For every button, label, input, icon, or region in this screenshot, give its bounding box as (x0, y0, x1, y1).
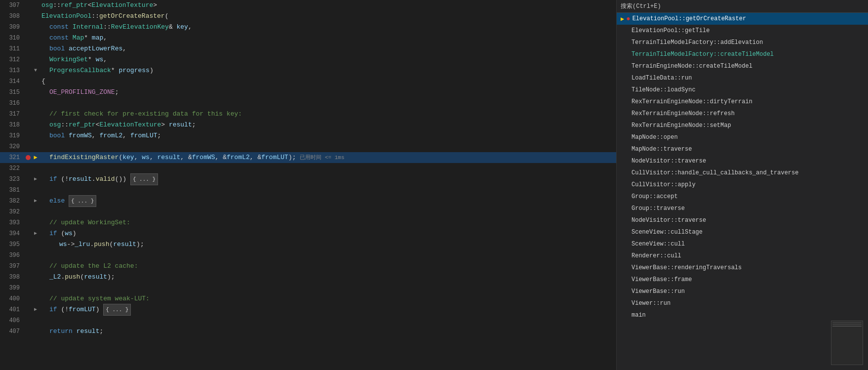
code-line-316: 316 (0, 98, 616, 109)
cs-item-label-21: ViewerBase::renderingTraversals (631, 264, 742, 271)
cs-item-label-20: Renderer::cull (631, 252, 681, 259)
code-line-397: 397 // update the L2 cache: (0, 261, 616, 272)
code-line-314: 314 { (0, 76, 616, 87)
code-line-308: 308 ElevationPool::getOrCreateRaster( (0, 11, 616, 22)
call-stack-item-4[interactable]: TerrainEngineNode::createTileModel (617, 60, 868, 72)
code-line-318: 318 osg::ref_ptr<ElevationTexture> resul… (0, 120, 616, 130)
call-stack-item-17[interactable]: NodeVisitor::traverse (617, 214, 868, 226)
line-num-315: 315 (0, 87, 25, 98)
code-content-398: _L2.push(result); (39, 272, 616, 283)
code-content-395: ws->_lru.push(result); (39, 239, 616, 250)
code-line-406: 406 (0, 315, 616, 326)
line-num-321: 321 (0, 152, 25, 163)
code-line-401: 401 ▶ if (!fromLUT) { ... } (0, 304, 616, 315)
call-stack-item-23[interactable]: ViewerBase::run (617, 286, 868, 297)
line-num-400: 400 (0, 293, 25, 304)
line-num-317: 317 (0, 109, 25, 120)
cs-item-label-6: TileNode::loadSync (631, 86, 696, 93)
code-content-321: findExistingRaster(key, ws, result, &fro… (39, 152, 616, 163)
cs-item-label-14: CullVisitor::apply (631, 181, 696, 188)
cs-item-label-18: SceneView::cullStage (631, 229, 703, 236)
cs-item-label-5: LoadTileData::run (631, 75, 692, 82)
code-line-393: 393 // update WorkingSet: (0, 217, 616, 228)
minimap (831, 321, 863, 365)
line-num-393: 393 (0, 217, 25, 228)
code-line-322: 322 (0, 163, 616, 174)
line-num-314: 314 (0, 76, 25, 87)
call-stack-item-19[interactable]: SceneView::cull (617, 238, 868, 250)
call-stack-item-5[interactable]: LoadTileData::run (617, 72, 868, 84)
fold-323[interactable]: ▶ (32, 174, 39, 185)
call-stack-item-14[interactable]: CullVisitor::apply (617, 179, 868, 191)
code-content-312: WorkingSet* ws, (39, 54, 616, 65)
cs-item-label-17: NodeVisitor::traverse (631, 217, 706, 224)
call-stack-item-8[interactable]: RexTerrainEngineNode::refresh (617, 108, 868, 120)
call-stack-item-7[interactable]: RexTerrainEngineNode::dirtyTerrain (617, 96, 868, 108)
call-stack-item-16[interactable]: Group::traverse (617, 203, 868, 214)
cs-item-label-23: ViewerBase::run (631, 288, 685, 295)
breakpoint-321[interactable] (26, 155, 31, 160)
code-line-317: 317 // first check for pre-existing data… (0, 109, 616, 120)
cs-item-label-24: Viewer::run (631, 300, 671, 307)
line-num-401: 401 (0, 304, 25, 315)
fold-382[interactable]: ▶ (32, 196, 39, 206)
cs-selected-icon: ▶ (621, 15, 624, 23)
cs-item-label-10: MapNode::open (631, 134, 678, 141)
code-area: 307 osg::ref_ptr<ElevationTexture> 308 E… (0, 0, 616, 370)
code-line-395: 395 ws->_lru.push(result); (0, 239, 616, 250)
line-num-319: 319 (0, 130, 25, 141)
call-stack-item-0[interactable]: ▶ ● ElevationPool::getOrCreateRaster (617, 13, 868, 25)
call-stack-item-1[interactable]: ElevationPool::getTile (617, 25, 868, 37)
cs-item-label-15: Group::accept (631, 193, 678, 200)
code-content-310: const Map* map, (39, 33, 616, 43)
code-line-394: 394 ▶ if (ws) (0, 228, 616, 239)
fold-321[interactable]: ▶ (32, 152, 39, 163)
line-num-399: 399 (0, 283, 25, 293)
call-stack-item-21[interactable]: ViewerBase::renderingTraversals (617, 262, 868, 274)
cs-item-label-16: Group::traverse (631, 205, 685, 212)
line-num-308: 308 (0, 11, 25, 22)
fold-394[interactable]: ▶ (32, 228, 39, 239)
code-line-321: 321 ▶ findExistingRaster(key, ws, result… (0, 152, 616, 163)
fold-313[interactable]: ▼ (32, 65, 39, 76)
code-line-315: 315 OE_PROFILING_ZONE; (0, 87, 616, 98)
code-content-397: // update the L2 cache: (39, 261, 616, 272)
call-stack-item-6[interactable]: TileNode::loadSync (617, 84, 868, 96)
cs-item-label-2: TerrainTileModelFactory::addElevation (631, 39, 763, 46)
line-num-381: 381 (0, 185, 25, 196)
line-num-322: 322 (0, 163, 25, 174)
code-content-315: OE_PROFILING_ZONE; (39, 87, 616, 98)
call-stack-list[interactable]: ▶ ● ElevationPool::getOrCreateRaster Ele… (617, 13, 868, 370)
cs-item-label-11: MapNode::traverse (631, 146, 692, 153)
call-stack-item-20[interactable]: Renderer::cull (617, 250, 868, 262)
line-num-394: 394 (0, 228, 25, 239)
call-stack-item-22[interactable]: ViewerBase::frame (617, 274, 868, 286)
code-line-400: 400 // update system weak-LUT: (0, 293, 616, 304)
code-line-323: 323 ▶ if (!result.valid()) { ... } (0, 174, 616, 185)
fold-401[interactable]: ▶ (32, 304, 39, 315)
call-stack-item-15[interactable]: Group::accept (617, 191, 868, 203)
line-num-382: 382 (0, 196, 25, 206)
code-line-396: 396 (0, 250, 616, 261)
code-content-382: else { ... } (39, 195, 616, 207)
call-stack-item-2[interactable]: TerrainTileModelFactory::addElevation (617, 37, 868, 48)
line-num-311: 311 (0, 43, 25, 54)
call-stack-item-18[interactable]: SceneView::cullStage (617, 226, 868, 238)
call-stack-panel: 搜索(Ctrl+E) ▶ ● ElevationPool::getOrCreat… (616, 0, 868, 370)
code-content-323: if (!result.valid()) { ... } (39, 173, 616, 185)
call-stack-item-12[interactable]: NodeVisitor::traverse (617, 155, 868, 167)
code-line-407: 407 return result; (0, 326, 616, 337)
call-stack-item-3[interactable]: TerrainTileModelFactory::createTileModel (617, 48, 868, 60)
code-line-392: 392 (0, 206, 616, 217)
call-stack-item-11[interactable]: MapNode::traverse (617, 143, 868, 155)
call-stack-item-9[interactable]: RexTerrainEngineNode::setMap (617, 120, 868, 131)
call-stack-item-10[interactable]: MapNode::open (617, 131, 868, 143)
code-line-313: 313 ▼ ProgressCallback* progress) (0, 65, 616, 76)
line-num-396: 396 (0, 250, 25, 261)
call-stack-item-13[interactable]: CullVisitor::handle_cull_callbacks_and_t… (617, 167, 868, 179)
call-stack-item-25[interactable]: main (617, 309, 868, 321)
line-num-406: 406 (0, 315, 25, 326)
call-stack-item-24[interactable]: Viewer::run (617, 297, 868, 309)
code-content-407: return result; (39, 326, 616, 337)
line-num-310: 310 (0, 33, 25, 43)
